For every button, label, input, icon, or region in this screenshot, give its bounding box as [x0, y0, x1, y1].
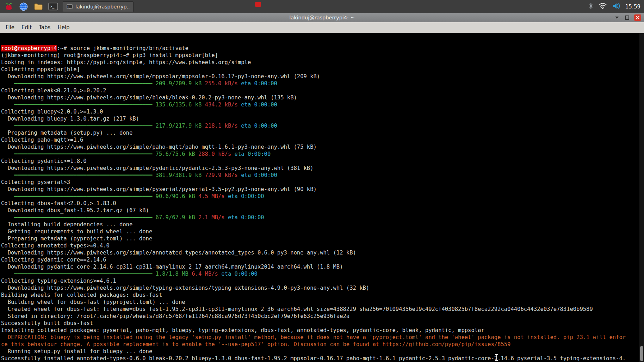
terminal-line: Downloading https://www.piwheels.org/sim… [1, 73, 644, 80]
terminal-line: ━━━━━━━━━━━━━━━━━━━━━━━━━━━━━━━━━━━━━━━━… [1, 193, 644, 200]
svg-text:>_: >_ [68, 5, 71, 8]
terminal-window-icon: >_ [67, 4, 73, 10]
terminal-line: ce this behaviour change. A possible rep… [1, 341, 644, 348]
taskbar: >_ >_ lakinduj@raspberryp.. [0, 0, 644, 13]
terminal-line: Collecting pyserial>3 [1, 179, 644, 186]
terminal-line: Downloading dbus_fast-1.95.2.tar.gz (67 … [1, 207, 644, 214]
volume-icon[interactable] [612, 2, 620, 11]
terminal-line: root@raspberrypi4:~# source jkbms-monito… [1, 45, 644, 52]
terminal-menubar: File Edit Tabs Help [0, 22, 644, 33]
terminal-line: Collecting bluepy<2.0.0,>=1.3.0 [1, 108, 644, 115]
terminal-line: Looking in indexes: https://pypi.org/sim… [1, 59, 644, 66]
terminal-line: Created wheel for dbus-fast: filename=db… [1, 306, 644, 313]
terminal-line: Downloading https://www.piwheels.org/sim… [1, 94, 644, 101]
terminal-line: Collecting bleak<0.21.0,>=0.20.2 [1, 87, 644, 94]
file-manager-icon[interactable] [33, 1, 44, 12]
taskbar-status-area: 15:59 [588, 2, 640, 11]
terminal-line: ━━━━━━━━━━━━━━━━━━━━━━━━━━━━━━━━━━━━━━━━… [1, 80, 644, 87]
terminal-line: ━━━━━━━━━━━━━━━━━━━━━━━━━━━━━━━━━━━━━━━━… [1, 172, 644, 179]
terminal-line: Building wheels for collected packages: … [1, 292, 644, 299]
desktop: >_ >_ lakinduj@raspberryp.. [0, 0, 644, 362]
mouse-text-cursor [495, 354, 499, 361]
web-browser-icon[interactable] [18, 1, 29, 12]
terminal-line: Collecting typing-extensions>=4.6.1 [1, 277, 644, 284]
menu-tabs[interactable]: Tabs [35, 22, 54, 33]
scrollbar-thumb[interactable] [640, 346, 643, 361]
window-title: lakinduj@raspberrypi4: ~ [289, 15, 355, 20]
terminal-line: Downloading bluepy-1.3.0.tar.gz (217 kB) [1, 115, 644, 122]
terminal-line: ━━━━━━━━━━━━━━━━━━━━━━━━━━━━━━━━━━━━━━━━… [1, 270, 644, 277]
terminal-launcher-icon: >_ [48, 2, 58, 11]
raspberry-icon [4, 2, 13, 11]
terminal-line: Running setup.py install for bluepy ... … [1, 348, 644, 355]
terminal-output[interactable]: root@raspberrypi4:~# source jkbms-monito… [0, 33, 644, 362]
terminal-line: Collecting dbus-fast<2.0.0,>=1.83.0 [1, 200, 644, 207]
globe-icon [19, 2, 28, 11]
terminal-line: Downloading https://www.piwheels.org/sim… [1, 249, 644, 256]
terminal-line: Building wheel for dbus-fast (pyproject.… [1, 299, 644, 306]
terminal-lines: root@raspberrypi4:~# source jkbms-monito… [1, 45, 644, 362]
taskbar-window-label: lakinduj@raspberryp.. [75, 4, 130, 10]
terminal-line: Downloading https://www.piwheels.org/sim… [1, 284, 644, 292]
maximize-icon [625, 16, 629, 20]
terminal-line: Downloading https://www.piwheels.org/sim… [1, 165, 644, 172]
minimize-button[interactable] [614, 14, 620, 21]
close-button[interactable] [634, 14, 641, 21]
terminal-line: Downloading https://www.piwheels.org/sim… [1, 143, 644, 151]
terminal-line: Stored in directory: /root/.cache/pip/wh… [1, 313, 644, 320]
terminal-titlebar[interactable]: lakinduj@raspberrypi4: ~ [0, 13, 644, 22]
terminal-line: Preparing metadata (setup.py) ... done [1, 129, 644, 136]
menu-edit[interactable]: Edit [18, 22, 35, 33]
terminal-line: ━━━━━━━━━━━━━━━━━━━━━━━━━━━━━━━━━━━━━━━━… [1, 214, 644, 221]
terminal-line: Collecting mppsolar[ble] [1, 66, 644, 73]
terminal-line: DEPRECATION: bluepy is being installed u… [1, 334, 644, 341]
terminal-line: ━━━━━━━━━━━━━━━━━━━━━━━━━━━━━━━━━━━━━━━━… [1, 101, 644, 108]
terminal-line: ━━━━━━━━━━━━━━━━━━━━━━━━━━━━━━━━━━━━━━━━… [1, 151, 644, 158]
close-icon [636, 16, 639, 19]
terminal-line: ━━━━━━━━━━━━━━━━━━━━━━━━━━━━━━━━━━━━━━━━… [1, 122, 644, 129]
svg-text:>_: >_ [50, 4, 55, 9]
terminal-line: Preparing metadata (pyproject.toml) ... … [1, 235, 644, 242]
bluetooth-icon[interactable] [588, 2, 594, 11]
terminal-scrollbar[interactable] [639, 33, 644, 362]
terminal-line: Successfully built dbus-fast [1, 320, 644, 327]
taskbar-launchers: >_ >_ lakinduj@raspberryp.. [4, 0, 134, 13]
terminal-icon[interactable]: >_ [48, 1, 58, 12]
terminal-line: (jkbms-monitoring) root@raspberrypi4:~# … [1, 52, 644, 59]
menu-help[interactable]: Help [54, 22, 73, 33]
terminal-line: Downloading https://www.piwheels.org/sim… [1, 186, 644, 193]
clock[interactable]: 15:59 [625, 4, 640, 10]
wifi-icon[interactable] [599, 2, 607, 11]
terminal-line: Collecting pydantic-core==2.14.6 [1, 256, 644, 263]
terminal-line: Collecting paho-mqtt>=1.6 [1, 136, 644, 143]
maximize-button[interactable] [624, 14, 630, 21]
window-controls [614, 13, 641, 22]
terminal-line: Successfully installed annotated-types-0… [1, 355, 644, 362]
terminal-line: Getting requirements to build wheel ... … [1, 228, 644, 235]
terminal-line: Installing collected packages: pyserial,… [1, 327, 644, 334]
terminal-line: Installing build dependencies ... done [1, 221, 644, 228]
terminal-line: Downloading pydantic_core-2.14.6-cp311-c… [1, 263, 644, 270]
menu-file[interactable]: File [2, 22, 18, 33]
taskbar-red-indicator [255, 2, 261, 7]
raspberry-menu-icon[interactable] [4, 1, 14, 12]
taskbar-window-button[interactable]: >_ lakinduj@raspberryp.. [63, 1, 134, 12]
terminal-line: Collecting annotated-types>=0.4.0 [1, 242, 644, 249]
folder-icon [34, 2, 43, 11]
terminal-line: Collecting pydantic>=1.8.0 [1, 158, 644, 165]
chevron-down-icon [615, 17, 619, 19]
